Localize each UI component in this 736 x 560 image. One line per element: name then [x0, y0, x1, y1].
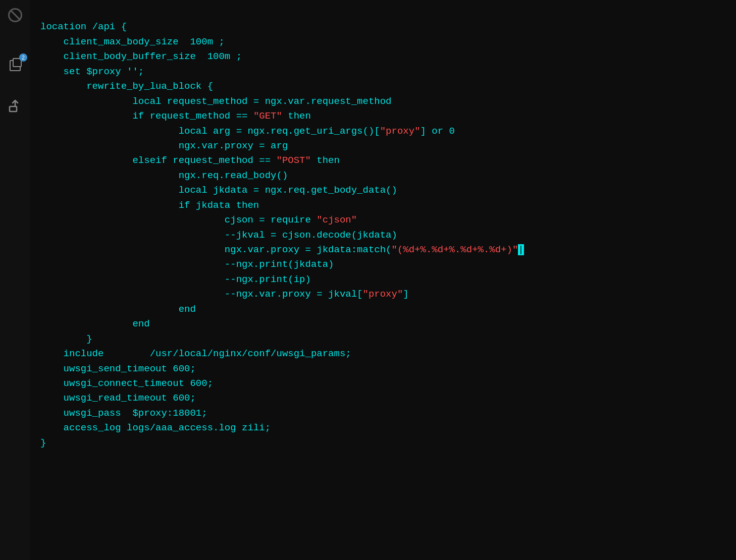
line-26: uwsgi_read_timeout 600; [40, 393, 196, 404]
line-2: client_max_body_size 100m ; [40, 36, 225, 47]
line-17: --ngx.print(jkdata) [40, 259, 334, 270]
line-6: local request_method = ngx.var.request_m… [40, 96, 392, 107]
line-28: access_log logs/aaa_access.log zili; [40, 422, 271, 433]
line-1: location /api { [40, 21, 127, 32]
line-8: local arg = ngx.req.get_uri_args()["prox… [40, 126, 455, 137]
line-29: } [40, 437, 46, 449]
line-19: --ngx.var.proxy = jkval["proxy"] [40, 289, 409, 300]
line-13: if jkdata then [40, 200, 259, 211]
line-23: include /usr/local/nginx/conf/uwsgi_para… [40, 348, 351, 359]
line-4: set $proxy ''; [40, 66, 144, 77]
line-18: --ngx.print(ip) [40, 274, 311, 285]
code-block: location /api { client_max_body_size 100… [40, 5, 726, 480]
line-3: client_body_buffer_size 100m ; [40, 51, 242, 62]
line-24: uwsgi_send_timeout 600; [40, 363, 196, 374]
line-9: ngx.var.proxy = arg [40, 140, 288, 151]
line-15: --jkval = cjson.decode(jkdata) [40, 230, 397, 241]
line-27: uwsgi_pass $proxy:18001; [40, 408, 207, 419]
line-20: end [40, 304, 196, 315]
line-21: end [40, 318, 150, 329]
line-16: ngx.var.proxy = jkdata:match("(%d+%.%d+%… [40, 244, 524, 255]
copy-icon[interactable]: 2 [5, 55, 25, 76]
line-22: } [40, 333, 92, 345]
line-7: if request_method == "GET" then [40, 110, 311, 122]
no-symbol-icon[interactable] [5, 5, 25, 25]
line-12: local jkdata = ngx.req.get_body_data() [40, 185, 397, 196]
line-10: elseif request_method == "POST" then [40, 155, 340, 166]
sidebar: 2 [0, 0, 30, 560]
svg-rect-0 [10, 106, 17, 111]
line-14: cjson = require "cjson" [40, 214, 357, 226]
code-area[interactable]: location /api { client_max_body_size 100… [30, 0, 736, 560]
line-25: uwsgi_connect_timeout 600; [40, 378, 213, 389]
line-11: ngx.req.read_body() [40, 170, 288, 181]
import-icon[interactable] [5, 96, 25, 116]
line-5: rewrite_by_lua_block { [40, 81, 213, 92]
badge-count: 2 [19, 53, 27, 62]
